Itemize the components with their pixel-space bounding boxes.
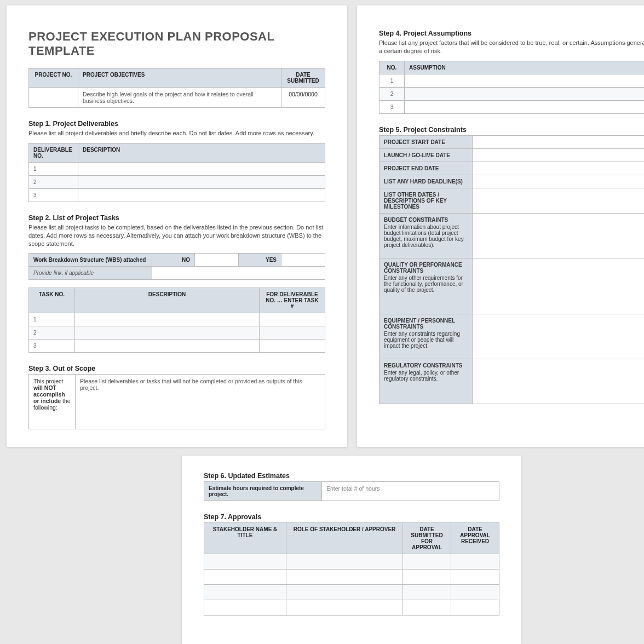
page-1: PROJECT EXECUTION PLAN PROPOSAL TEMPLATE… xyxy=(7,5,347,447)
no-cell[interactable] xyxy=(195,254,239,267)
estimate-label: Estimate hours required to complete proj… xyxy=(204,482,322,501)
deliverables-table: DELIVERABLE NO.DESCRIPTION 1 2 3 xyxy=(28,143,325,202)
task-cell[interactable] xyxy=(75,326,260,340)
start-label: PROJECT START DATE xyxy=(380,135,473,148)
col-deliverable-no: DELIVERABLE NO. xyxy=(29,143,78,162)
approval-cell[interactable] xyxy=(204,570,286,585)
estimates-table: Estimate hours required to complete proj… xyxy=(204,481,499,501)
no-label: NO xyxy=(152,254,195,267)
step1-title: Step 1. Project Deliverables xyxy=(28,120,325,128)
step4-title: Step 4. Project Assumptions xyxy=(379,30,644,37)
quality-cell[interactable] xyxy=(473,258,645,314)
budget-label: BUDGET CONSTRAINTSEnter information abou… xyxy=(380,213,473,258)
reg-cell[interactable] xyxy=(473,359,645,404)
col-stakeholder: STAKEHOLDER NAME & TITLE xyxy=(204,523,286,554)
project-header-table: PROJECT NO.PROJECT OBJECTIVESDATE SUBMIT… xyxy=(28,68,325,108)
approval-cell[interactable] xyxy=(451,600,499,616)
quality-label: QUALITY OR PERFORMANCE CONSTRAINTSEnter … xyxy=(380,258,473,314)
task-deliv-cell[interactable] xyxy=(260,326,325,340)
estimate-cell[interactable]: Enter total # of hours xyxy=(322,482,499,501)
hard-cell[interactable] xyxy=(473,175,645,188)
step2-desc: Please list all project tasks to be comp… xyxy=(28,223,325,248)
step6-title: Step 6. Updated Estimates xyxy=(204,472,499,480)
approval-cell[interactable] xyxy=(403,585,451,600)
approval-cell[interactable] xyxy=(286,570,403,585)
objectives-text[interactable]: Describe high-level goals of the project… xyxy=(78,88,281,108)
row-num: 3 xyxy=(380,100,405,113)
project-no-cell[interactable] xyxy=(29,88,78,108)
col-role: ROLE OF STAKEHOLDER / APPROVER xyxy=(286,523,403,554)
budget-cell[interactable] xyxy=(473,213,645,258)
approval-cell[interactable] xyxy=(451,554,499,570)
reg-label: REGULATORY CONSTRAINTSEnter any legal, p… xyxy=(380,359,473,404)
mile-cell[interactable] xyxy=(473,188,645,213)
yes-cell[interactable] xyxy=(281,254,325,267)
link-cell[interactable] xyxy=(152,267,325,280)
col-objectives: PROJECT OBJECTIVES xyxy=(78,68,281,88)
wbs-label: Work Breakdown Structure (WBS) attached xyxy=(29,254,152,267)
assumption-cell[interactable] xyxy=(405,100,645,113)
assumption-cell[interactable] xyxy=(405,74,645,87)
approval-cell[interactable] xyxy=(286,585,403,600)
task-deliv-cell[interactable] xyxy=(260,313,325,326)
step5-title: Step 5. Project Constraints xyxy=(379,126,644,134)
col-for-deliverable: FOR DELIVERABLE NO. … ENTER TASK # xyxy=(260,288,325,313)
approval-cell[interactable] xyxy=(403,600,451,616)
row-num: 2 xyxy=(29,326,75,340)
step7-title: Step 7. Approvals xyxy=(204,513,499,521)
col-date-submitted: DATE SUBMITTED FOR APPROVAL xyxy=(403,523,451,554)
yes-label: YES xyxy=(239,254,281,267)
page-3: Step 6. Updated Estimates Estimate hours… xyxy=(182,456,521,644)
deliverable-cell[interactable] xyxy=(78,175,325,188)
start-cell[interactable] xyxy=(473,135,645,148)
row-num: 3 xyxy=(29,188,78,202)
row-num: 1 xyxy=(29,162,78,175)
page-title: PROJECT EXECUTION PLAN PROPOSAL TEMPLATE xyxy=(28,30,325,58)
date-value[interactable]: 00/00/0000 xyxy=(281,88,325,108)
approval-cell[interactable] xyxy=(403,554,451,570)
scope-table: This project will NOT accomplish or incl… xyxy=(28,374,325,429)
scope-desc[interactable]: Please list deliverables or tasks that w… xyxy=(76,375,325,429)
task-cell[interactable] xyxy=(75,313,260,326)
tasks-table: TASK NO.DESCRIPTIONFOR DELIVERABLE NO. …… xyxy=(28,288,325,353)
approval-cell[interactable] xyxy=(451,585,499,600)
task-cell[interactable] xyxy=(75,340,260,353)
equip-label: EQUIPMENT / PERSONNEL CONSTRAINTSEnter a… xyxy=(380,314,473,359)
deliverable-cell[interactable] xyxy=(78,188,325,202)
hard-label: LIST ANY HARD DEADLINE(S) xyxy=(380,175,473,188)
step1-desc: Please list all project deliverables and… xyxy=(28,129,325,137)
launch-cell[interactable] xyxy=(473,148,645,162)
approval-cell[interactable] xyxy=(204,585,286,600)
assumption-cell[interactable] xyxy=(405,87,645,100)
approval-cell[interactable] xyxy=(204,554,286,570)
col-date-submitted: DATE SUBMITTED xyxy=(281,68,325,88)
row-num: 1 xyxy=(29,313,75,326)
row-num: 3 xyxy=(29,340,75,353)
scope-label: This project will NOT accomplish or incl… xyxy=(29,375,76,429)
col-task-no: TASK NO. xyxy=(29,288,75,313)
col-task-desc: DESCRIPTION xyxy=(75,288,260,313)
row-num: 2 xyxy=(29,175,78,188)
end-cell[interactable] xyxy=(473,162,645,175)
approval-cell[interactable] xyxy=(451,570,499,585)
constraints-table: PROJECT START DATE LAUNCH / GO-LIVE DATE… xyxy=(379,135,644,404)
deliverable-cell[interactable] xyxy=(78,162,325,175)
launch-label: LAUNCH / GO-LIVE DATE xyxy=(380,148,473,162)
col-assumption: ASSUMPTION xyxy=(405,61,645,74)
approval-cell[interactable] xyxy=(286,554,403,570)
col-no: NO. xyxy=(380,61,405,74)
col-project-no: PROJECT NO. xyxy=(29,68,78,88)
step3-title: Step 3. Out of Scope xyxy=(28,365,325,372)
approval-cell[interactable] xyxy=(204,600,286,616)
row-num: 1 xyxy=(380,74,405,87)
approval-cell[interactable] xyxy=(286,600,403,616)
step4-desc: Please list any project factors that wil… xyxy=(379,39,644,55)
approval-cell[interactable] xyxy=(403,570,451,585)
equip-cell[interactable] xyxy=(473,314,645,359)
approvals-table: STAKEHOLDER NAME & TITLEROLE OF STAKEHOL… xyxy=(204,522,499,616)
col-date-received: DATE APPROVAL RECEIVED xyxy=(451,523,499,554)
assumptions-table: NO.ASSUMPTION 1 2 3 xyxy=(379,61,644,114)
link-label: Provide link, if applicable xyxy=(29,267,152,280)
task-deliv-cell[interactable] xyxy=(260,340,325,353)
step2-title: Step 2. List of Project Tasks xyxy=(28,214,325,222)
